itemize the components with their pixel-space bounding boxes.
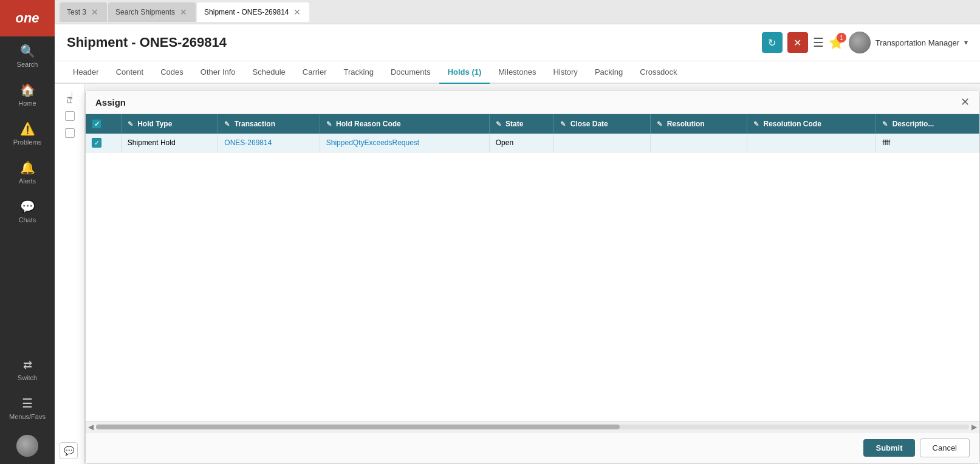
chevron-down-icon: ▾ <box>964 38 968 47</box>
row-close-date-cell <box>554 134 651 152</box>
horizontal-scrollbar[interactable]: ◀ ▶ <box>86 421 979 432</box>
page-header: Shipment - ONES-269814 ↻ ✕ ☰ ⭐ 1 <box>55 24 980 61</box>
sidebar-label-chats: Chats <box>19 216 36 223</box>
logo-text: one <box>15 10 39 26</box>
tab-shipment-ones-close[interactable]: ✕ <box>292 7 302 17</box>
tab-bar: Test 3 ✕ Search Shipments ✕ Shipment - O… <box>55 0 980 24</box>
tab-other-info[interactable]: Other Info <box>192 61 244 84</box>
row-select-cell <box>86 134 121 152</box>
th-hold-type[interactable]: ✎ Hold Type <box>121 114 218 134</box>
user-name: Transportation Manager <box>875 38 959 47</box>
tab-packing[interactable]: Packing <box>586 61 631 84</box>
row-state-value: Open <box>496 138 513 147</box>
table-header-row: ✎ Hold Type ✎ Transaction ✎ Hold Reason … <box>86 114 979 134</box>
th-resolution-code[interactable]: ✎ Resolution Code <box>747 114 876 134</box>
chat-icon: 💬 <box>64 446 74 455</box>
refresh-button[interactable]: ↻ <box>762 32 783 53</box>
sidebar-item-menus[interactable]: ☰ Menus/Favs <box>0 389 55 428</box>
tab-shipment-ones-label: Shipment - ONES-269814 <box>204 8 289 16</box>
th-select <box>86 114 121 134</box>
alert-icon: 🔔 <box>20 160 35 175</box>
table-row: Shipment Hold ONES-269814 ShippedQtyExce… <box>86 134 979 152</box>
header-right: ↻ ✕ ☰ ⭐ 1 Transportation Manager <box>762 32 968 53</box>
tab-test3[interactable]: Test 3 ✕ <box>60 2 107 22</box>
close-page-button[interactable]: ✕ <box>787 32 808 53</box>
sidebar-label-switch: Switch <box>18 374 37 381</box>
tab-carrier[interactable]: Carrier <box>294 61 335 84</box>
switch-icon: ⇄ <box>23 358 32 372</box>
edit-icon-close-date: ✎ <box>560 120 566 128</box>
sidebar-item-chats[interactable]: 💬 Chats <box>0 192 55 231</box>
scrollbar-thumb <box>96 425 620 429</box>
tab-test3-close[interactable]: ✕ <box>90 7 100 17</box>
scrollbar-track[interactable] <box>96 425 969 429</box>
tab-search-shipments-label: Search Shipments <box>115 8 175 16</box>
sidebar-item-switch[interactable]: ⇄ Switch <box>0 351 55 389</box>
tab-history[interactable]: History <box>544 61 586 84</box>
tab-header[interactable]: Header <box>64 61 108 84</box>
main-area: Test 3 ✕ Search Shipments ✕ Shipment - O… <box>55 0 980 464</box>
sidebar-item-search[interactable]: 🔍 Search <box>0 36 55 75</box>
tab-crossdock[interactable]: Crossdock <box>631 61 685 84</box>
sidebar-item-avatar[interactable] <box>0 428 55 464</box>
row-hold-reason-code-link[interactable]: ShippedQtyExceedsRequest <box>326 138 419 147</box>
tab-milestones[interactable]: Milestones <box>490 61 544 84</box>
edit-icon-resolution: ✎ <box>657 120 662 128</box>
th-transaction[interactable]: ✎ Transaction <box>218 114 320 134</box>
left-panel: Fil... <box>55 84 85 464</box>
row-checkbox[interactable] <box>92 138 101 148</box>
assign-modal-close-button[interactable]: ✕ <box>961 97 970 107</box>
submit-button[interactable]: Submit <box>863 439 914 457</box>
edit-icon-hold-type: ✎ <box>128 120 133 128</box>
row-checkbox-1[interactable] <box>65 111 75 121</box>
col-label-close-date: Close Date <box>571 120 608 128</box>
user-area[interactable]: Transportation Manager ▾ <box>849 32 968 53</box>
user-avatar <box>849 32 871 53</box>
row-hold-type-cell: Shipment Hold <box>121 134 218 152</box>
sidebar-label-menus: Menus/Favs <box>9 413 46 420</box>
cancel-modal-button[interactable]: Cancel <box>920 438 970 457</box>
tab-documents[interactable]: Documents <box>382 61 439 84</box>
row-transaction-link[interactable]: ONES-269814 <box>224 138 272 147</box>
select-all-checkbox[interactable] <box>92 119 101 129</box>
sidebar-label-home: Home <box>18 100 36 107</box>
menu-button[interactable]: ☰ <box>813 35 824 50</box>
sidebar-item-problems[interactable]: ⚠️ Problems <box>0 114 55 153</box>
th-resolution[interactable]: ✎ Resolution <box>651 114 747 134</box>
tab-content[interactable]: Content <box>108 61 152 84</box>
chat-icon: 💬 <box>20 199 35 214</box>
th-description[interactable]: ✎ Descriptio... <box>876 114 979 134</box>
app-logo[interactable]: one <box>0 0 55 36</box>
tab-schedule[interactable]: Schedule <box>244 61 294 84</box>
th-hold-reason-code[interactable]: ✎ Hold Reason Code <box>320 114 489 134</box>
row-hold-reason-code-cell: ShippedQtyExceedsRequest <box>320 134 489 152</box>
tab-search-shipments[interactable]: Search Shipments ✕ <box>108 2 196 22</box>
th-state[interactable]: ✎ State <box>489 114 554 134</box>
filter-button[interactable]: Fil... <box>64 89 76 106</box>
tab-tracking[interactable]: Tracking <box>335 61 382 84</box>
sidebar-item-alerts[interactable]: 🔔 Alerts <box>0 153 55 192</box>
chat-toggle-button[interactable]: 💬 <box>60 442 78 459</box>
tab-search-shipments-close[interactable]: ✕ <box>179 7 188 17</box>
row-checkbox-2[interactable] <box>65 128 75 138</box>
tab-shipment-ones[interactable]: Shipment - ONES-269814 ✕ <box>197 2 309 22</box>
search-icon: 🔍 <box>20 44 35 58</box>
scroll-right-arrow[interactable]: ▶ <box>971 423 977 431</box>
scroll-left-arrow[interactable]: ◀ <box>88 423 94 431</box>
col-label-hold-type: Hold Type <box>137 120 172 128</box>
row-resolution-code-cell <box>747 134 876 152</box>
refresh-icon: ↻ <box>768 37 776 49</box>
notification-bell[interactable]: ⭐ 1 <box>829 35 844 50</box>
avatar-image <box>849 32 871 53</box>
page-body: Fil... Assign ✕ <box>55 84 980 464</box>
th-close-date[interactable]: ✎ Close Date <box>554 114 651 134</box>
page-title: Shipment - ONES-269814 <box>67 35 227 50</box>
col-label-transaction: Transaction <box>235 120 275 128</box>
sidebar-item-home[interactable]: 🏠 Home <box>0 75 55 114</box>
content-area: Shipment - ONES-269814 ↻ ✕ ☰ ⭐ 1 <box>55 24 980 464</box>
tab-holds[interactable]: Holds (1) <box>439 61 490 84</box>
warning-icon: ⚠️ <box>20 121 35 136</box>
col-label-state: State <box>505 120 523 128</box>
tab-codes[interactable]: Codes <box>152 61 192 84</box>
row-resolution-cell <box>651 134 747 152</box>
